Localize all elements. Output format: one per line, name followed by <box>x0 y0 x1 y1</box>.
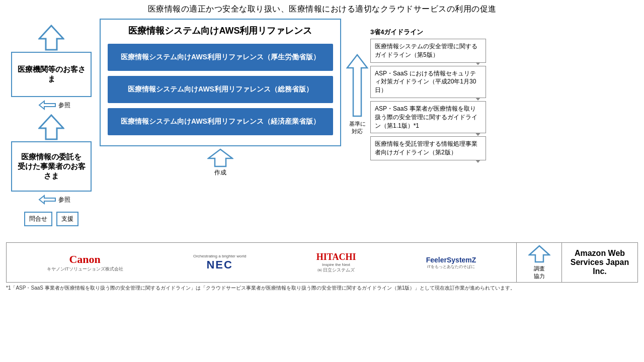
customer-box-2: 医療情報の委託を 受けた事業者のお客さま <box>11 141 92 192</box>
customer-box-1: 医療機関等のお客さま <box>11 52 92 97</box>
inquiry-box: 問合せ <box>24 212 52 226</box>
ref-arrow-icon-1 <box>32 100 56 110</box>
standards-label: 基準に 対応 <box>349 120 366 135</box>
ref-row-2: 参照 <box>32 195 70 205</box>
svg-marker-3 <box>39 196 55 204</box>
create-arrow-icon <box>207 148 233 167</box>
footnote: *1「ASP・SaaS 事業者が医療情報を取り扱う際の安全管理に関するガイドライ… <box>6 285 638 292</box>
svg-marker-0 <box>39 26 63 50</box>
create-arrow-area: 作成 <box>100 148 341 177</box>
guideline-box-2: ASP・SaaS における情報セキュリティ対策ガイドライン（平成20年1月30日… <box>370 66 486 98</box>
ref-label-1: 参照 <box>58 101 70 110</box>
nec-logo: Orchestrating a brighter world NEC <box>193 254 246 272</box>
standards-arrow-area: 基準に 対応 <box>344 19 370 169</box>
guideline-box-1: 医療情報システムの安全管理に関するガイドライン（第5版） <box>370 39 486 63</box>
logos-area: Canon キヤノンITソリューションズ株式会社 Orchestrating a… <box>7 243 517 282</box>
center-wrapper: 医療情報システム向けAWS利用リファレンス 医療情報システム向けAWS利用リファ… <box>100 19 341 177</box>
up-arrow-1 <box>38 25 64 51</box>
page-title: 医療情報の適正かつ安全な取り扱い、医療情報における適切なクラウドサービスの利用の… <box>6 4 638 15</box>
ref-label-2: 参照 <box>58 196 70 204</box>
create-label: 作成 <box>214 168 226 177</box>
right-column: 3省4ガイドライン 医療情報システムの安全管理に関するガイドライン（第5版） A… <box>370 28 486 160</box>
center-title: 医療情報システム向けAWS利用リファレンス <box>108 25 333 37</box>
support-box: 支援 <box>56 212 78 226</box>
svg-marker-6 <box>529 246 549 262</box>
main-layout: 医療機関等のお客さま 参照 医療情報の委託を 受けた事業者のお客さま <box>6 19 638 226</box>
ref-row-1: 参照 <box>32 100 70 110</box>
feeler-logo: FeelerSystemZ ITをもっとあなたのそばに <box>426 256 476 269</box>
page: 医療情報の適正かつ安全な取り扱い、医療情報における適切なクラウドサービスの利用の… <box>0 0 644 362</box>
button-mhlw[interactable]: 医療情報システム向けAWS利用リファレンス（厚生労働省版） <box>108 44 333 71</box>
hitachi-logo: HITACHI Inspire the Next ㈱ 日立システムズ <box>316 252 356 274</box>
survey-arrow-icon <box>528 245 550 263</box>
aws-name: Amazon Web Services Japan Inc. <box>562 243 637 282</box>
up-arrow-2 <box>38 114 64 140</box>
button-soumu[interactable]: 医療情報システム向けAWS利用リファレンス（総務省版） <box>108 76 333 103</box>
svg-marker-2 <box>39 115 63 139</box>
guideline-box-4: 医療情報を受託管理する情報処理事業者向けガイドライン（第2版） <box>370 136 486 160</box>
button-meti[interactable]: 医療情報システム向けAWS利用リファレンス（経済産業省版） <box>108 108 333 135</box>
guideline-header: 3省4ガイドライン <box>370 28 486 37</box>
guideline-box-3: ASP・SaaS 事業者が医療情報を取り扱う際の安全管理に関するガイドライン（第… <box>370 101 486 133</box>
svg-marker-1 <box>39 101 55 109</box>
svg-marker-4 <box>208 149 232 166</box>
bottom-bar: Canon キヤノンITソリューションズ株式会社 Orchestrating a… <box>6 242 638 283</box>
survey-arrow-cell: 調査 協力 <box>517 243 562 282</box>
standards-arrow-icon <box>346 53 368 118</box>
left-column: 医療機関等のお客さま 参照 医療情報の委託を 受けた事業者のお客さま <box>6 19 97 226</box>
right-section: 基準に 対応 3省4ガイドライン 医療情報システムの安全管理に関するガイドライン… <box>344 19 486 169</box>
canon-logo: Canon キヤノンITソリューションズ株式会社 <box>47 253 123 273</box>
inquiry-support-row: 問合せ 支援 <box>24 212 78 226</box>
center-column: 医療情報システム向けAWS利用リファレンス 医療情報システム向けAWS利用リファ… <box>100 19 341 146</box>
survey-label: 調査 協力 <box>534 265 545 280</box>
svg-marker-5 <box>347 55 367 116</box>
ref-arrow-icon-2 <box>32 195 56 205</box>
